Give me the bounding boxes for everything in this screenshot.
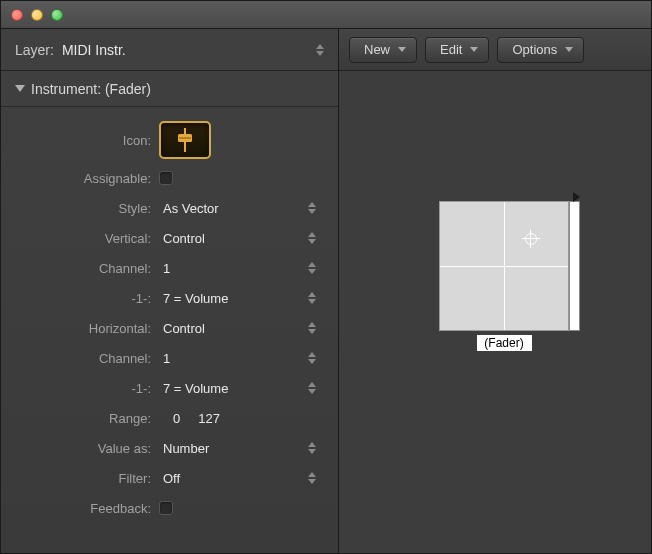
stepper-icon[interactable] — [308, 199, 320, 217]
layer-value: MIDI Instr. — [62, 42, 126, 58]
stepper-icon[interactable] — [308, 229, 320, 247]
v-channel-select[interactable]: 1 — [159, 259, 338, 277]
close-icon[interactable] — [11, 9, 23, 21]
prop-label: Icon: — [1, 133, 159, 148]
prop-vertical-row: Vertical: Control — [1, 223, 338, 253]
zoom-icon[interactable] — [51, 9, 63, 21]
layer-label: Layer: — [15, 42, 54, 58]
prop-feedback-row: Feedback: — [1, 493, 338, 523]
titlebar — [1, 1, 651, 29]
stepper-icon[interactable] — [316, 41, 328, 59]
content-area: Layer: MIDI Instr. Instrument: (Fader) I… — [1, 29, 651, 553]
prop-style-row: Style: As Vector — [1, 193, 338, 223]
stepper-icon[interactable] — [308, 439, 320, 457]
prop-assignable-row: Assignable: — [1, 163, 338, 193]
properties-list: Icon: Assignable: — [1, 107, 338, 527]
fader-icon — [173, 126, 197, 154]
prop-v-minus1-row: -1-: 7 = Volume — [1, 283, 338, 313]
prop-label: Assignable: — [1, 171, 159, 186]
stepper-icon[interactable] — [308, 289, 320, 307]
stepper-icon[interactable] — [308, 319, 320, 337]
chevron-down-icon — [398, 47, 406, 52]
stepper-icon[interactable] — [308, 259, 320, 277]
value-as-select[interactable]: Number — [159, 439, 338, 457]
icon-picker[interactable] — [159, 121, 211, 159]
crosshair-icon[interactable] — [522, 230, 540, 248]
assignable-checkbox[interactable] — [159, 171, 173, 185]
vertical-select[interactable]: Control — [159, 229, 338, 247]
stepper-icon[interactable] — [308, 469, 320, 487]
canvas-panel: New Edit Options — [339, 29, 651, 553]
minimize-icon[interactable] — [31, 9, 43, 21]
cable-triangle-icon[interactable] — [573, 192, 580, 202]
prop-label: Channel: — [1, 261, 159, 276]
prop-label: Filter: — [1, 471, 159, 486]
h-minus1-select[interactable]: 7 = Volume — [159, 379, 338, 397]
app-window: Layer: MIDI Instr. Instrument: (Fader) I… — [0, 0, 652, 554]
section-title: Instrument: (Fader) — [31, 81, 151, 97]
fader-object[interactable]: (Fader) — [439, 201, 569, 351]
prop-label: Range: — [1, 411, 159, 426]
range-high[interactable]: 127 — [198, 411, 220, 426]
filter-select[interactable]: Off — [159, 469, 338, 487]
stepper-icon[interactable] — [308, 349, 320, 367]
object-name-label[interactable]: (Fader) — [477, 335, 532, 351]
prop-label: -1-: — [1, 381, 159, 396]
prop-label: Channel: — [1, 351, 159, 366]
prop-horizontal-row: Horizontal: Control — [1, 313, 338, 343]
range-low[interactable]: 0 — [173, 411, 180, 426]
prop-label: Feedback: — [1, 501, 159, 516]
disclosure-triangle-icon[interactable] — [15, 85, 25, 92]
edit-button[interactable]: Edit — [425, 37, 489, 63]
v-minus1-select[interactable]: 7 = Volume — [159, 289, 338, 307]
new-button[interactable]: New — [349, 37, 417, 63]
prop-label: -1-: — [1, 291, 159, 306]
scrollbar[interactable] — [569, 201, 580, 331]
prop-label: Vertical: — [1, 231, 159, 246]
prop-v-channel-row: Channel: 1 — [1, 253, 338, 283]
layer-row: Layer: MIDI Instr. — [1, 29, 338, 71]
prop-icon-row: Icon: — [1, 117, 338, 163]
feedback-checkbox[interactable] — [159, 501, 173, 515]
prop-value-as-row: Value as: Number — [1, 433, 338, 463]
layer-select[interactable]: MIDI Instr. — [62, 41, 338, 59]
options-button[interactable]: Options — [497, 37, 584, 63]
horizontal-select[interactable]: Control — [159, 319, 338, 337]
prop-h-minus1-row: -1-: 7 = Volume — [1, 373, 338, 403]
prop-range-row: Range: 0 127 — [1, 403, 338, 433]
prop-label: Style: — [1, 201, 159, 216]
style-select[interactable]: As Vector — [159, 199, 338, 217]
prop-label: Horizontal: — [1, 321, 159, 336]
canvas[interactable]: (Fader) — [339, 71, 651, 553]
chevron-down-icon — [565, 47, 573, 52]
prop-filter-row: Filter: Off — [1, 463, 338, 493]
vector-pad[interactable] — [439, 201, 569, 331]
inspector-panel: Layer: MIDI Instr. Instrument: (Fader) I… — [1, 29, 339, 553]
toolbar: New Edit Options — [339, 29, 651, 71]
stepper-icon[interactable] — [308, 379, 320, 397]
prop-h-channel-row: Channel: 1 — [1, 343, 338, 373]
prop-label: Value as: — [1, 441, 159, 456]
section-header[interactable]: Instrument: (Fader) — [1, 71, 338, 107]
grid-line — [504, 202, 505, 330]
chevron-down-icon — [470, 47, 478, 52]
h-channel-select[interactable]: 1 — [159, 349, 338, 367]
